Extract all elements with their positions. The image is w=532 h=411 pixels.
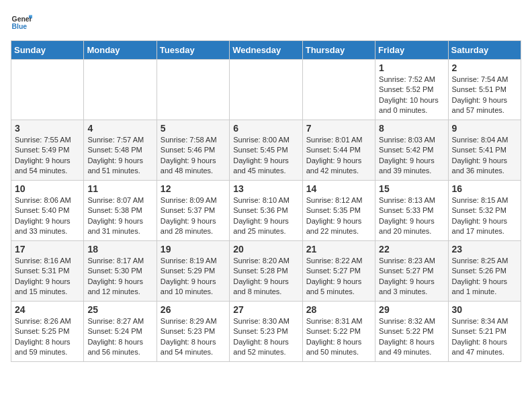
day-number: 15	[379, 183, 444, 194]
calendar-cell: 20Sunrise: 8:20 AM Sunset: 5:28 PM Dayli…	[230, 241, 302, 302]
day-info: Sunrise: 8:03 AM Sunset: 5:42 PM Dayligh…	[379, 135, 444, 177]
calendar-cell: 27Sunrise: 8:30 AM Sunset: 5:23 PM Dayli…	[230, 302, 302, 362]
day-number: 29	[379, 304, 444, 315]
day-number: 12	[161, 183, 226, 194]
day-number: 5	[161, 123, 226, 134]
day-info: Sunrise: 8:34 AM Sunset: 5:21 PM Dayligh…	[452, 316, 517, 358]
calendar-cell	[11, 60, 84, 120]
day-info: Sunrise: 8:19 AM Sunset: 5:29 PM Dayligh…	[161, 256, 226, 298]
day-number: 6	[233, 123, 298, 134]
calendar-cell: 4Sunrise: 7:57 AM Sunset: 5:48 PM Daylig…	[84, 120, 157, 181]
weekday-header: Monday	[84, 41, 157, 60]
svg-text:Blue: Blue	[12, 23, 28, 30]
day-info: Sunrise: 8:23 AM Sunset: 5:27 PM Dayligh…	[379, 256, 444, 298]
calendar-cell: 24Sunrise: 8:26 AM Sunset: 5:25 PM Dayli…	[11, 302, 84, 362]
calendar-cell: 15Sunrise: 8:13 AM Sunset: 5:33 PM Dayli…	[375, 181, 448, 241]
calendar-cell: 9Sunrise: 8:04 AM Sunset: 5:41 PM Daylig…	[448, 120, 521, 181]
day-number: 20	[233, 244, 298, 255]
calendar-cell: 1Sunrise: 7:52 AM Sunset: 5:52 PM Daylig…	[375, 60, 448, 120]
day-number: 23	[452, 244, 517, 255]
day-info: Sunrise: 8:12 AM Sunset: 5:35 PM Dayligh…	[306, 195, 371, 237]
day-info: Sunrise: 8:04 AM Sunset: 5:41 PM Dayligh…	[452, 135, 517, 177]
day-number: 18	[87, 244, 152, 255]
calendar-cell: 13Sunrise: 8:10 AM Sunset: 5:36 PM Dayli…	[230, 181, 302, 241]
day-info: Sunrise: 7:55 AM Sunset: 5:49 PM Dayligh…	[15, 135, 80, 177]
day-number: 22	[379, 244, 444, 255]
calendar-cell: 28Sunrise: 8:31 AM Sunset: 5:22 PM Dayli…	[302, 302, 375, 362]
calendar-cell	[230, 60, 302, 120]
calendar-table: SundayMondayTuesdayWednesdayThursdayFrid…	[11, 40, 521, 362]
header: General Blue	[11, 11, 521, 32]
calendar-cell: 21Sunrise: 8:22 AM Sunset: 5:27 PM Dayli…	[302, 241, 375, 302]
calendar-cell: 16Sunrise: 8:15 AM Sunset: 5:32 PM Dayli…	[448, 181, 521, 241]
calendar-cell: 5Sunrise: 7:58 AM Sunset: 5:46 PM Daylig…	[157, 120, 229, 181]
day-info: Sunrise: 8:07 AM Sunset: 5:38 PM Dayligh…	[87, 195, 152, 237]
day-number: 8	[379, 123, 444, 134]
day-info: Sunrise: 8:17 AM Sunset: 5:30 PM Dayligh…	[87, 256, 152, 298]
day-number: 9	[452, 123, 517, 134]
calendar-cell: 26Sunrise: 8:29 AM Sunset: 5:23 PM Dayli…	[157, 302, 229, 362]
day-info: Sunrise: 8:00 AM Sunset: 5:45 PM Dayligh…	[233, 135, 298, 177]
calendar-cell: 11Sunrise: 8:07 AM Sunset: 5:38 PM Dayli…	[84, 181, 157, 241]
calendar-cell: 10Sunrise: 8:06 AM Sunset: 5:40 PM Dayli…	[11, 181, 84, 241]
weekday-header: Sunday	[11, 41, 84, 60]
day-number: 16	[452, 183, 517, 194]
day-info: Sunrise: 7:54 AM Sunset: 5:51 PM Dayligh…	[452, 75, 517, 116]
day-number: 3	[15, 123, 80, 134]
day-info: Sunrise: 8:15 AM Sunset: 5:32 PM Dayligh…	[452, 195, 517, 237]
weekday-header: Tuesday	[157, 41, 229, 60]
day-number: 7	[306, 123, 371, 134]
day-info: Sunrise: 8:29 AM Sunset: 5:23 PM Dayligh…	[161, 316, 226, 358]
weekday-header: Saturday	[448, 41, 521, 60]
calendar-cell: 2Sunrise: 7:54 AM Sunset: 5:51 PM Daylig…	[448, 60, 521, 120]
day-number: 27	[233, 304, 298, 315]
day-info: Sunrise: 8:30 AM Sunset: 5:23 PM Dayligh…	[233, 316, 298, 358]
day-number: 13	[233, 183, 298, 194]
calendar-cell: 6Sunrise: 8:00 AM Sunset: 5:45 PM Daylig…	[230, 120, 302, 181]
calendar-cell: 8Sunrise: 8:03 AM Sunset: 5:42 PM Daylig…	[375, 120, 448, 181]
day-info: Sunrise: 8:32 AM Sunset: 5:22 PM Dayligh…	[379, 316, 444, 358]
day-number: 10	[15, 183, 80, 194]
logo: General Blue	[11, 11, 32, 32]
day-number: 30	[452, 304, 517, 315]
day-info: Sunrise: 8:01 AM Sunset: 5:44 PM Dayligh…	[306, 135, 371, 177]
calendar-cell: 25Sunrise: 8:27 AM Sunset: 5:24 PM Dayli…	[84, 302, 157, 362]
day-number: 25	[87, 304, 152, 315]
day-info: Sunrise: 8:22 AM Sunset: 5:27 PM Dayligh…	[306, 256, 371, 298]
day-number: 19	[161, 244, 226, 255]
day-info: Sunrise: 8:31 AM Sunset: 5:22 PM Dayligh…	[306, 316, 371, 358]
day-info: Sunrise: 8:20 AM Sunset: 5:28 PM Dayligh…	[233, 256, 298, 298]
calendar-cell: 23Sunrise: 8:25 AM Sunset: 5:26 PM Dayli…	[448, 241, 521, 302]
day-info: Sunrise: 8:13 AM Sunset: 5:33 PM Dayligh…	[379, 195, 444, 237]
logo-icon: General Blue	[11, 11, 32, 32]
calendar-cell: 17Sunrise: 8:16 AM Sunset: 5:31 PM Dayli…	[11, 241, 84, 302]
day-info: Sunrise: 8:26 AM Sunset: 5:25 PM Dayligh…	[15, 316, 80, 358]
day-info: Sunrise: 8:25 AM Sunset: 5:26 PM Dayligh…	[452, 256, 517, 298]
day-number: 28	[306, 304, 371, 315]
day-number: 1	[379, 62, 444, 73]
weekday-header: Wednesday	[230, 41, 302, 60]
day-info: Sunrise: 8:10 AM Sunset: 5:36 PM Dayligh…	[233, 195, 298, 237]
calendar-cell: 22Sunrise: 8:23 AM Sunset: 5:27 PM Dayli…	[375, 241, 448, 302]
calendar-cell: 19Sunrise: 8:19 AM Sunset: 5:29 PM Dayli…	[157, 241, 229, 302]
calendar-cell	[302, 60, 375, 120]
calendar-cell: 12Sunrise: 8:09 AM Sunset: 5:37 PM Dayli…	[157, 181, 229, 241]
day-info: Sunrise: 7:52 AM Sunset: 5:52 PM Dayligh…	[379, 75, 444, 116]
weekday-header: Friday	[375, 41, 448, 60]
day-number: 26	[161, 304, 226, 315]
calendar-cell: 30Sunrise: 8:34 AM Sunset: 5:21 PM Dayli…	[448, 302, 521, 362]
day-info: Sunrise: 7:58 AM Sunset: 5:46 PM Dayligh…	[161, 135, 226, 177]
day-info: Sunrise: 8:06 AM Sunset: 5:40 PM Dayligh…	[15, 195, 80, 237]
day-number: 21	[306, 244, 371, 255]
day-info: Sunrise: 8:27 AM Sunset: 5:24 PM Dayligh…	[87, 316, 152, 358]
day-number: 17	[15, 244, 80, 255]
day-info: Sunrise: 8:16 AM Sunset: 5:31 PM Dayligh…	[15, 256, 80, 298]
day-info: Sunrise: 8:09 AM Sunset: 5:37 PM Dayligh…	[161, 195, 226, 237]
calendar-cell: 18Sunrise: 8:17 AM Sunset: 5:30 PM Dayli…	[84, 241, 157, 302]
day-number: 14	[306, 183, 371, 194]
weekday-header: Thursday	[302, 41, 375, 60]
calendar-cell: 14Sunrise: 8:12 AM Sunset: 5:35 PM Dayli…	[302, 181, 375, 241]
day-number: 24	[15, 304, 80, 315]
calendar-cell: 7Sunrise: 8:01 AM Sunset: 5:44 PM Daylig…	[302, 120, 375, 181]
day-number: 11	[87, 183, 152, 194]
